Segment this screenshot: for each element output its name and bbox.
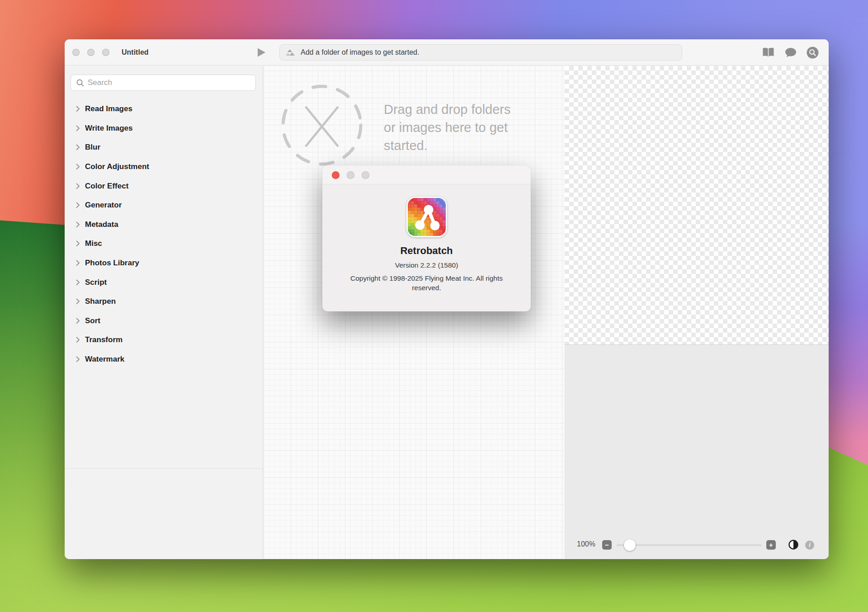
sidebar-item-label: Watermark <box>85 355 124 364</box>
app-version: Version 2.2.2 (1580) <box>395 261 458 269</box>
background-contrast-button[interactable] <box>788 539 799 550</box>
chevron-right-icon <box>76 164 80 170</box>
about-dialog-body: Retrobatch Version 2.2.2 (1580) Copyrigh… <box>322 184 531 292</box>
sidebar-item[interactable]: Metadata <box>65 215 263 235</box>
zoom-button[interactable] <box>102 49 109 56</box>
about-traffic-lights <box>332 171 369 179</box>
node-category-list: Read Images Write Images <box>65 99 263 369</box>
zoom-slider-knob[interactable] <box>624 539 636 551</box>
run-workflow-button[interactable] <box>256 47 267 57</box>
chat-bubble-icon <box>785 47 797 58</box>
book-icon <box>762 47 775 58</box>
zoom-level-value: 100% <box>577 540 595 548</box>
chevron-right-icon <box>76 144 80 151</box>
minimize-button[interactable] <box>87 49 94 56</box>
sidebar-item-label: Color Adjustment <box>85 162 149 171</box>
zoom-button-disabled <box>362 171 369 179</box>
sidebar-item[interactable]: Sharpen <box>65 292 263 311</box>
sidebar-item-label: Read Images <box>85 104 132 113</box>
drop-hint-text: Drag and drop foldersor images here to g… <box>384 100 538 155</box>
zoom-out-button[interactable]: − <box>602 540 612 550</box>
chevron-right-icon <box>76 298 80 305</box>
chevron-right-icon <box>76 125 80 132</box>
contrast-icon <box>788 539 799 550</box>
feedback-button[interactable] <box>785 47 797 58</box>
sidebar-item-label: Sort <box>85 316 100 325</box>
sidebar: Read Images Write Images <box>65 66 263 559</box>
sidebar-item[interactable]: Blur <box>65 138 263 157</box>
sidebar-item[interactable]: Read Images <box>65 99 263 119</box>
images-icon <box>286 48 296 56</box>
dashed-circle-x-icon <box>280 83 364 167</box>
app-name: Retrobatch <box>400 245 453 257</box>
sidebar-item-label: Photos Library <box>85 259 139 268</box>
app-copyright: Copyright © 1998-2025 Flying Meat Inc. A… <box>345 273 509 292</box>
chevron-right-icon <box>76 318 80 324</box>
sidebar-item-label: Metadata <box>85 220 118 229</box>
sidebar-item-label: Color Effect <box>85 182 128 191</box>
zoom-in-button[interactable]: + <box>766 540 776 550</box>
drop-hint-line: or images here to get <box>384 118 538 137</box>
workflow-status-field[interactable]: Add a folder of images to get started. <box>279 44 682 61</box>
sidebar-item[interactable]: Generator <box>65 196 263 215</box>
close-button[interactable] <box>72 49 80 56</box>
sidebar-item[interactable]: Write Images <box>65 119 263 138</box>
sidebar-item-label: Blur <box>85 143 100 152</box>
search-button[interactable] <box>807 47 819 59</box>
drop-hint-line: Drag and drop folders <box>384 100 538 118</box>
about-dialog: Retrobatch Version 2.2.2 (1580) Copyrigh… <box>322 165 531 311</box>
sidebar-item-label: Transform <box>85 335 123 344</box>
sidebar-item-label: Generator <box>85 201 122 210</box>
play-icon <box>256 47 267 57</box>
chevron-right-icon <box>76 240 80 247</box>
sidebar-item-label: Script <box>85 278 107 287</box>
drop-hint-line: started. <box>384 137 538 155</box>
sidebar-item[interactable]: Transform <box>65 330 263 350</box>
zoom-slider[interactable] <box>617 538 762 552</box>
desktop: Untitled Add a folder of images to get s… <box>0 0 868 612</box>
preview-panel: 100% − + i <box>565 66 829 559</box>
sidebar-item-label: Sharpen <box>85 297 116 306</box>
chevron-right-icon <box>76 260 80 266</box>
magnifier-icon <box>76 79 84 87</box>
sidebar-item[interactable]: Color Adjustment <box>65 157 263 177</box>
chevron-right-icon <box>76 106 80 112</box>
sidebar-divider <box>65 468 263 469</box>
zoom-slider-track <box>617 544 762 546</box>
sidebar-item[interactable]: Watermark <box>65 350 263 369</box>
status-field-text: Add a folder of images to get started. <box>301 48 419 56</box>
chevron-right-icon <box>76 221 80 228</box>
close-button[interactable] <box>332 171 340 179</box>
sidebar-item[interactable]: Misc <box>65 234 263 254</box>
sidebar-item[interactable]: Script <box>65 273 263 292</box>
preview-image-area <box>565 66 829 345</box>
sidebar-item[interactable]: Color Effect <box>65 176 263 196</box>
minimize-button-disabled <box>347 171 354 179</box>
sidebar-search[interactable] <box>71 75 256 91</box>
app-icon-mosaic <box>408 198 446 236</box>
sidebar-item-label: Misc <box>85 239 102 248</box>
window-body: Read Images Write Images <box>65 66 829 559</box>
retrobatch-app-icon <box>406 197 447 237</box>
help-book-button[interactable] <box>762 47 775 58</box>
sidebar-item-label: Write Images <box>85 124 133 133</box>
sidebar-item[interactable]: Photos Library <box>65 254 263 273</box>
window-title: Untitled <box>122 39 149 66</box>
window-titlebar: Untitled Add a folder of images to get s… <box>65 39 829 66</box>
preview-controls: 100% − + i <box>565 534 829 556</box>
sidebar-item[interactable]: Sort <box>65 311 263 331</box>
workflow-canvas[interactable]: Drag and drop foldersor images here to g… <box>264 66 564 559</box>
traffic-lights <box>72 49 109 56</box>
chevron-right-icon <box>76 202 80 208</box>
chevron-right-icon <box>76 337 80 343</box>
chevron-right-icon <box>76 183 80 189</box>
chevron-right-icon <box>76 279 80 286</box>
chevron-right-icon <box>76 356 80 362</box>
search-icon <box>807 47 819 59</box>
info-button[interactable]: i <box>805 541 814 550</box>
search-input[interactable] <box>88 78 250 87</box>
about-dialog-titlebar <box>322 165 531 184</box>
drop-zone-icon <box>280 83 364 169</box>
toolbar-buttons <box>762 39 819 66</box>
